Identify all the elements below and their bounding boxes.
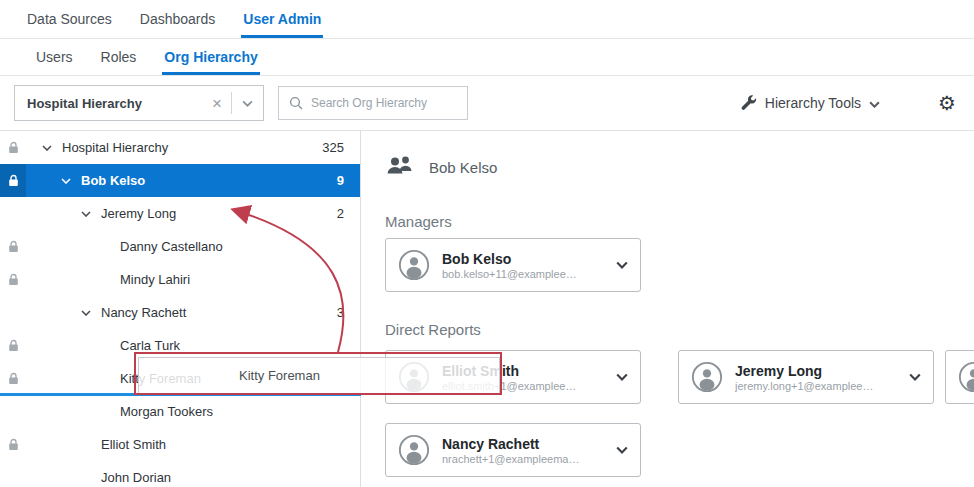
lock-icon (0, 329, 26, 362)
user-card-email: nrachett+1@exampleema… (442, 453, 579, 465)
user-card-text: Jeremy Long jeremy.long+1@examplee… (735, 362, 873, 392)
hierarchy-tools-label: Hierarchy Tools (765, 95, 861, 111)
tree-row-label: Nancy Rachett (101, 305, 186, 320)
nav-item-label: User Admin (243, 11, 321, 27)
user-card-direct-report[interactable]: Nancy Rachett nrachett+1@exampleema… (385, 423, 641, 477)
app-screen: Data Sources Dashboards User Admin Users… (0, 0, 974, 487)
tree-row-count: 2 (337, 206, 360, 221)
wrench-icon (741, 94, 757, 113)
sub-nav: Users Roles Org Hierarchy (0, 39, 974, 76)
tree-row-count: 3 (337, 305, 360, 320)
user-card-email: jeremy.long+1@examplee… (735, 380, 873, 392)
search-input[interactable] (303, 96, 467, 110)
chevron-down-icon[interactable] (81, 310, 101, 316)
tab-label: Roles (101, 49, 137, 65)
settings-gear-icon[interactable]: ⚙ (938, 93, 956, 113)
nav-item-label: Data Sources (27, 11, 112, 27)
detail-header: Bob Kelso (385, 153, 497, 181)
chevron-down-icon[interactable] (42, 145, 62, 151)
tree-row-label: Bob Kelso (81, 173, 145, 188)
lock-icon (0, 362, 26, 395)
lock-icon (0, 230, 26, 263)
user-card-name: Jeremy Long (735, 362, 873, 380)
toolbar: Hospital Hierarchy × Hierarchy Tools ⚙ (0, 76, 974, 131)
tree-row[interactable]: Mindy Lahiri (0, 263, 360, 296)
user-card-email: bob.kelso+11@examplee… (442, 268, 577, 280)
nav-item-dashboards[interactable]: Dashboards (126, 0, 230, 38)
tree-row-label: Elliot Smith (101, 437, 166, 452)
tree-row[interactable]: Nancy Rachett 3 (0, 296, 360, 329)
chevron-down-icon (869, 101, 880, 108)
tab-org-hierarchy[interactable]: Org Hierarchy (150, 39, 271, 75)
drag-ghost: Kitty Foreman (138, 357, 500, 394)
detail-title: Bob Kelso (429, 159, 497, 176)
drag-ghost-label: Kitty Foreman (239, 368, 320, 383)
chevron-down-icon[interactable] (616, 446, 628, 454)
hierarchy-select-value: Hospital Hierarchy (15, 96, 203, 111)
avatar-icon (398, 434, 430, 466)
direct-reports-section-label: Direct Reports (385, 321, 481, 338)
tree-row-label: Danny Castellano (120, 239, 223, 254)
user-card-manager[interactable]: Bob Kelso bob.kelso+11@examplee… (385, 238, 641, 292)
tree-row-label: Jeremy Long (101, 206, 176, 221)
tree-row[interactable]: Hospital Hierarchy 325 (0, 131, 360, 164)
tree-row[interactable]: Elliot Smith (0, 428, 360, 461)
tab-users[interactable]: Users (22, 39, 87, 75)
tab-label: Org Hierarchy (164, 49, 257, 65)
avatar-icon (691, 361, 723, 393)
clear-icon[interactable]: × (203, 95, 231, 112)
tree-row-label: Morgan Tookers (120, 404, 213, 419)
tree-row-label: John Dorian (101, 470, 171, 485)
tree-row[interactable]: Morgan Tookers (0, 395, 360, 428)
hierarchy-tools-button[interactable]: Hierarchy Tools (741, 94, 880, 113)
hierarchy-select[interactable]: Hospital Hierarchy × (14, 85, 264, 121)
chevron-down-icon[interactable] (61, 178, 81, 184)
user-card-name: Bob Kelso (442, 250, 577, 268)
managers-section-label: Managers (385, 213, 452, 230)
detail-panel: Bob Kelso Managers Bob Kelso bob.kelso+1… (361, 131, 974, 487)
tree-row[interactable]: Danny Castellano (0, 230, 360, 263)
chevron-down-icon[interactable] (81, 211, 101, 217)
lock-icon (0, 263, 26, 296)
tree-row-label: Carla Turk (120, 338, 180, 353)
tab-roles[interactable]: Roles (87, 39, 151, 75)
tree-row-label: Mindy Lahiri (120, 272, 190, 287)
nav-item-data-sources[interactable]: Data Sources (13, 0, 126, 38)
chevron-down-icon[interactable] (909, 373, 921, 381)
org-tree: Hospital Hierarchy 325 Bob Kelso 9 Jerem… (0, 131, 361, 487)
user-card-text: Nancy Rachett nrachett+1@exampleema… (442, 435, 579, 465)
lock-icon (0, 164, 26, 197)
chevron-down-icon[interactable] (616, 373, 628, 381)
nav-item-user-admin[interactable]: User Admin (229, 0, 335, 38)
tab-label: Users (36, 49, 73, 65)
avatar-icon (958, 361, 974, 393)
chevron-down-icon[interactable] (616, 261, 628, 269)
tree-row-selected[interactable]: Bob Kelso 9 (0, 164, 360, 197)
search-icon (289, 96, 303, 110)
lock-icon (0, 131, 26, 164)
tree-row[interactable]: John Dorian (0, 461, 360, 487)
org-search (278, 86, 468, 120)
tree-row-label: Hospital Hierarchy (62, 140, 168, 155)
tree-row[interactable]: Jeremy Long 2 (0, 197, 360, 230)
tree-row-count: 9 (337, 173, 360, 188)
user-card-direct-report[interactable]: Jeremy Long jeremy.long+1@examplee… (678, 350, 934, 404)
user-card-direct-report-clipped[interactable] (945, 350, 974, 404)
nav-item-label: Dashboards (140, 11, 216, 27)
top-nav: Data Sources Dashboards User Admin (0, 0, 974, 39)
avatar-icon (398, 249, 430, 281)
lock-icon (0, 428, 26, 461)
user-card-text: Bob Kelso bob.kelso+11@examplee… (442, 250, 577, 280)
group-icon (385, 153, 415, 181)
tree-row-count: 325 (322, 140, 360, 155)
chevron-down-icon[interactable] (232, 100, 263, 107)
user-card-name: Nancy Rachett (442, 435, 579, 453)
